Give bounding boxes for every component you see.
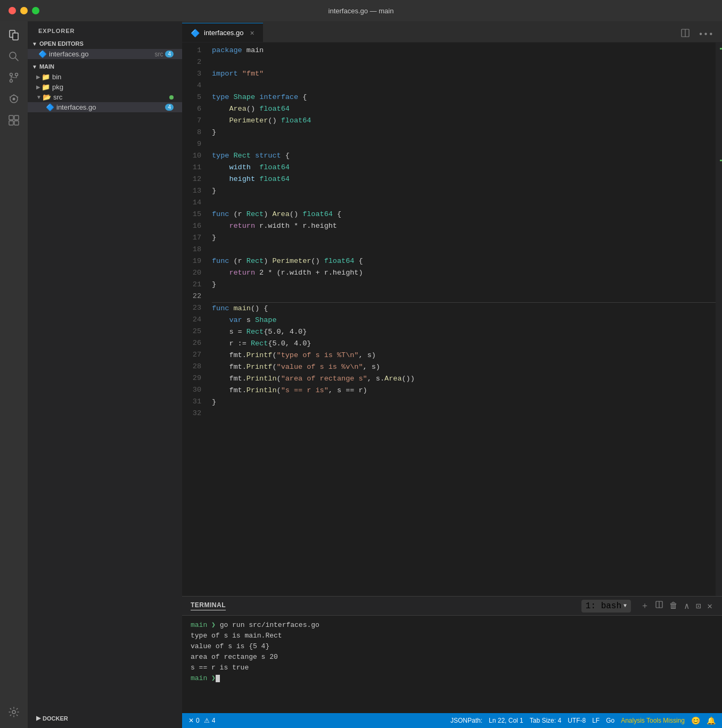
status-bell-icon[interactable]: 🔔 — [707, 716, 716, 725]
svg-point-6 — [15, 73, 18, 76]
status-right: JSONPath: Ln 22, Col 1 Tab Size: 4 UTF-8… — [450, 716, 716, 725]
terminal-chevron-up-icon[interactable]: ∧ — [683, 600, 691, 613]
files-icon[interactable] — [4, 26, 23, 45]
open-editor-filename: interfaces.go — [49, 50, 154, 58]
pkg-folder[interactable]: ▶ 📁 pkg — [28, 82, 182, 92]
status-line-ending[interactable]: LF — [592, 717, 600, 724]
tab-interfaces-go[interactable]: 🔷 interfaces.go × — [182, 23, 263, 42]
extensions-icon[interactable] — [4, 111, 23, 130]
error-count: 0 — [196, 717, 200, 724]
terminal-shell-dropdown[interactable]: 1: bash ▼ — [581, 600, 631, 613]
svg-line-3 — [15, 58, 18, 61]
close-button[interactable] — [9, 7, 16, 14]
line-numbers: 1234567891011121314151617181920212223242… — [182, 43, 210, 596]
bin-folder[interactable]: ▶ 📁 bin — [28, 72, 182, 82]
editor-area: 🔷 interfaces.go × ••• 123456789101112131… — [182, 21, 722, 728]
sidebar: EXPLORER ▼ OPEN EDITORS 🔷 interfaces.go … — [28, 21, 182, 728]
sidebar-go-filename: interfaces.go — [56, 103, 165, 111]
open-editors-label: OPEN EDITORS — [39, 40, 84, 47]
sidebar-go-badge: 4 — [165, 104, 174, 111]
terminal-split-icon[interactable] — [654, 600, 664, 612]
git-icon[interactable] — [4, 68, 23, 87]
status-encoding[interactable]: UTF-8 — [568, 717, 586, 724]
src-label: src — [154, 51, 163, 58]
svg-rect-12 — [9, 115, 13, 120]
open-editor-badge: 4 — [165, 51, 174, 57]
settings-icon[interactable] — [4, 702, 23, 722]
titlebar-buttons — [9, 7, 39, 14]
titlebar: interfaces.go — main — [0, 0, 722, 21]
svg-rect-13 — [14, 115, 19, 120]
terminal-body[interactable]: main ❯ go run src/interfaces.gotype of s… — [182, 616, 722, 713]
window-title: interfaces.go — main — [329, 7, 394, 15]
status-smiley-icon[interactable]: 😊 — [691, 716, 700, 725]
split-editor-icon[interactable] — [679, 27, 692, 42]
activity-bar — [0, 21, 28, 728]
open-editor-interfaces-go[interactable]: 🔷 interfaces.go src 4 — [28, 49, 182, 59]
status-analysis-missing[interactable]: Analysis Tools Missing — [621, 717, 685, 724]
tab-close-button[interactable]: × — [250, 29, 254, 37]
src-folder-name: src — [53, 93, 169, 101]
maximize-button[interactable] — [32, 7, 39, 14]
open-editors-header[interactable]: ▼ OPEN EDITORS — [28, 38, 182, 49]
main-folder-arrow: ▼ — [32, 64, 37, 70]
status-path[interactable]: JSONPath: — [450, 717, 482, 724]
docker-arrow-icon: ▶ — [36, 715, 40, 722]
svg-line-9 — [10, 97, 11, 97]
debug-icon[interactable] — [4, 89, 23, 109]
activity-bar-bottom — [4, 702, 23, 728]
status-errors[interactable]: ✕ 0 — [188, 717, 200, 724]
terminal-add-icon[interactable]: ＋ — [639, 599, 650, 613]
warning-icon: ⚠ — [204, 717, 210, 724]
svg-point-11 — [13, 98, 15, 101]
open-editors-arrow: ▼ — [32, 41, 37, 47]
code-editor[interactable]: 1234567891011121314151617181920212223242… — [182, 43, 722, 596]
pkg-folder-name: pkg — [52, 83, 178, 91]
docker-section-header[interactable]: ▶ DOCKER — [32, 713, 178, 724]
sidebar-bottom: ▶ DOCKER — [28, 708, 182, 728]
more-actions-icon[interactable]: ••• — [696, 28, 716, 42]
sidebar-go-file-icon: 🔷 — [46, 103, 54, 111]
svg-line-10 — [17, 97, 18, 97]
svg-rect-1 — [13, 33, 18, 40]
status-bar: ✕ 0 ⚠ 4 JSONPath: Ln 22, Col 1 Tab Size:… — [182, 713, 722, 728]
bin-arrow-icon: ▶ — [36, 74, 40, 80]
src-folder[interactable]: ▼ 📂 src — [28, 92, 182, 102]
bin-folder-icon: 📁 — [42, 73, 50, 81]
src-folder-icon: 📂 — [43, 93, 51, 101]
status-tab-size[interactable]: Tab Size: 4 — [530, 717, 561, 724]
search-icon[interactable] — [4, 47, 23, 66]
tab-bar-actions: ••• — [679, 27, 722, 42]
terminal-panel-icon[interactable]: ⊡ — [695, 600, 702, 613]
main-layout: EXPLORER ▼ OPEN EDITORS 🔷 interfaces.go … — [0, 21, 722, 728]
warning-count: 4 — [212, 717, 216, 724]
pkg-folder-icon: 📁 — [42, 83, 50, 91]
svg-point-2 — [10, 52, 16, 59]
sidebar-title: EXPLORER — [28, 21, 182, 38]
svg-point-16 — [12, 710, 15, 714]
src-arrow-icon: ▼ — [36, 94, 42, 100]
bin-folder-name: bin — [52, 73, 178, 81]
status-warnings[interactable]: ⚠ 4 — [204, 717, 216, 724]
code-content[interactable]: package main import "fmt" type Shape int… — [210, 43, 716, 596]
minimize-button[interactable] — [20, 7, 28, 14]
minimap[interactable] — [716, 43, 722, 596]
main-folder-label: MAIN — [39, 63, 54, 70]
terminal-header: TERMINAL 1: bash ▼ ＋ 🗑 ∧ ⊡ — [182, 597, 722, 616]
terminal-section: TERMINAL 1: bash ▼ ＋ 🗑 ∧ ⊡ — [182, 596, 722, 713]
terminal-close-icon[interactable]: ✕ — [706, 600, 713, 613]
svg-point-5 — [10, 80, 13, 82]
terminal-actions: ＋ 🗑 ∧ ⊡ ✕ — [639, 599, 713, 613]
sidebar-interfaces-go[interactable]: 🔷 interfaces.go 4 — [28, 102, 182, 112]
terminal-dropdown-arrow-icon: ▼ — [623, 603, 627, 609]
terminal-dropdown-label: 1: bash — [586, 601, 621, 611]
terminal-tab-label[interactable]: TERMINAL — [191, 601, 226, 610]
go-file-icon: 🔷 — [38, 50, 47, 58]
tab-label: interfaces.go — [204, 29, 243, 37]
status-position[interactable]: Ln 22, Col 1 — [489, 717, 523, 724]
terminal-trash-icon[interactable]: 🗑 — [668, 600, 679, 612]
status-language[interactable]: Go — [606, 717, 614, 724]
main-folder-header[interactable]: ▼ MAIN — [28, 61, 182, 72]
pkg-arrow-icon: ▶ — [36, 84, 40, 90]
tab-bar: 🔷 interfaces.go × ••• — [182, 21, 722, 43]
